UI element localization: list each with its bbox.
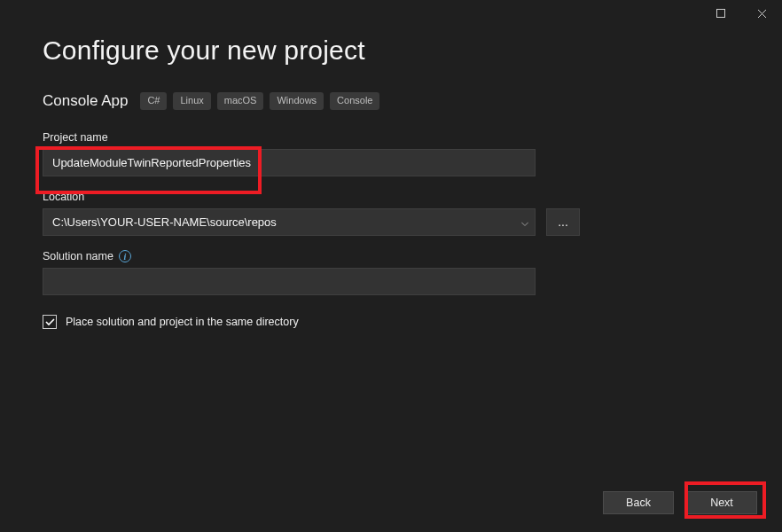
project-name-input[interactable] xyxy=(43,149,536,176)
location-label: Location xyxy=(43,191,739,203)
back-button[interactable]: Back xyxy=(603,491,674,514)
tag: Linux xyxy=(173,92,210,109)
browse-button[interactable]: ... xyxy=(546,208,580,236)
maximize-button[interactable] xyxy=(700,0,741,27)
same-directory-label: Place solution and project in the same d… xyxy=(66,316,299,328)
tag: macOS xyxy=(217,92,264,109)
location-input[interactable] xyxy=(43,208,536,236)
wizard-buttons: Back Next xyxy=(603,491,757,514)
info-icon[interactable]: i xyxy=(119,250,131,262)
project-name-label: Project name xyxy=(43,131,739,144)
svg-rect-0 xyxy=(717,10,725,18)
close-button[interactable] xyxy=(741,0,782,27)
window-controls xyxy=(700,0,782,27)
same-directory-checkbox[interactable]: Place solution and project in the same d… xyxy=(43,315,739,329)
tag: C# xyxy=(140,92,167,109)
next-button[interactable]: Next xyxy=(686,491,757,514)
solution-name-label: Solution name i xyxy=(43,250,739,262)
template-name: Console App xyxy=(43,92,128,110)
template-row: Console App C# Linux macOS Windows Conso… xyxy=(43,92,739,110)
template-tags: C# Linux macOS Windows Console xyxy=(140,92,379,109)
solution-name-input[interactable] xyxy=(43,268,536,295)
solution-name-label-text: Solution name xyxy=(43,250,113,262)
tag: Console xyxy=(330,92,379,109)
tag: Windows xyxy=(270,92,324,109)
page-title: Configure your new project xyxy=(43,35,739,66)
checkbox-icon xyxy=(43,315,57,329)
